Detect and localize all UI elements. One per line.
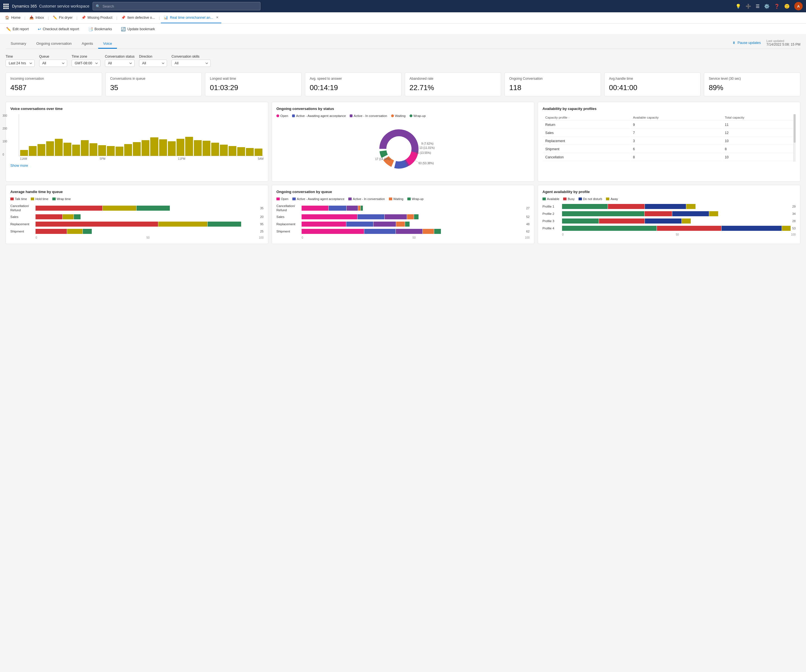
pause-updates-button[interactable]: ⏸ Pause updates: [732, 41, 761, 45]
sub-tab-agents[interactable]: Agents: [77, 39, 98, 49]
voice-bar: [63, 143, 71, 156]
app-name: Dynamics 365: [12, 4, 37, 8]
hbar-cancellation: Cancellation/ Refund 35: [10, 204, 264, 212]
voice-bar: [142, 140, 149, 156]
kpi-conv-in-queue: Conversations in queue 35: [106, 73, 202, 96]
skills-select[interactable]: AllTechnical: [172, 59, 211, 67]
avg-handle-xaxis: 0 50 100: [36, 236, 264, 239]
tab-inbox[interactable]: 📥 Inbox: [26, 12, 47, 23]
lightbulb-icon[interactable]: 💡: [735, 3, 741, 9]
plus-icon[interactable]: ➕: [746, 3, 751, 9]
voice-bar-chart: [19, 114, 264, 156]
voice-y-labels: 300 200 100 0: [3, 114, 7, 156]
sub-tab-voice[interactable]: Voice: [98, 39, 117, 49]
ongoing-queue-title: Ongoing conversation by queue: [276, 190, 530, 194]
voice-bar: [38, 144, 45, 156]
queue-select[interactable]: AllSales: [39, 59, 67, 67]
voice-bar: [55, 139, 63, 156]
timezone-select[interactable]: GMT-08:00GMT-05:00: [72, 59, 101, 67]
voice-bar: [203, 141, 210, 156]
kpi-longest-wait: Longest wait time 01:03:29: [205, 73, 302, 96]
user-avatar[interactable]: A: [794, 2, 803, 10]
app-logo: Dynamics 365 Customer service workspace: [3, 3, 89, 9]
smiley-icon[interactable]: 🙂: [784, 3, 790, 9]
conv-status-select[interactable]: AllActive: [105, 59, 135, 67]
tab-home[interactable]: 🏠 Home: [2, 12, 23, 23]
table-row: Cancellation810: [543, 154, 795, 161]
help-icon[interactable]: ❓: [774, 3, 780, 9]
svg-text:63 (53.38%): 63 (53.38%): [418, 162, 434, 165]
voice-bar: [89, 143, 97, 155]
oq-xaxis: 0 50 100: [302, 236, 530, 239]
update-bookmark-button[interactable]: 🔄 Update bookmark: [119, 26, 157, 33]
refresh-icon: 🔄: [121, 27, 126, 31]
charts-row-2: Average handle time by queue Talk time H…: [6, 185, 800, 244]
home-icon: 🏠: [5, 15, 10, 20]
oq-sales: Sales 52: [276, 214, 530, 220]
pin-icon: 📌: [81, 15, 86, 20]
time-select[interactable]: Last 24 hrs Last 48 hrs Last 7 days: [6, 59, 35, 67]
legend-open: Open: [276, 114, 288, 117]
search-icon: 🔍: [96, 4, 100, 8]
sub-tab-ongoing[interactable]: Ongoing conversation: [31, 39, 77, 49]
edit-icon: ✏️: [53, 15, 57, 20]
skills-filter: Conversation skills AllTechnical: [172, 54, 211, 67]
bookmarks-button[interactable]: 📑 Bookmarks: [86, 26, 114, 33]
filters-row: Time Last 24 hrs Last 48 hrs Last 7 days…: [6, 54, 800, 67]
tab-fix-dryer[interactable]: ✏️ Fix dryer: [50, 12, 76, 23]
sort-icon: ↑: [568, 116, 570, 119]
waffle-icon[interactable]: [3, 3, 9, 9]
show-more-button[interactable]: Show more: [10, 163, 28, 168]
tab-item-defective[interactable]: 📌 Item defective o...: [118, 12, 158, 23]
agent-avail-legend: Available Busy Do not disturb Away: [542, 197, 796, 201]
scrollbar-thumb[interactable]: [794, 114, 796, 143]
tab-close-icon[interactable]: ✕: [216, 16, 218, 19]
svg-text:9 (7.62%): 9 (7.62%): [421, 142, 433, 145]
inbox-icon: 📥: [30, 15, 34, 20]
queue-filter: Queue AllSales: [39, 54, 67, 67]
voice-bar: [116, 147, 123, 156]
voice-bar: [107, 146, 115, 156]
scrollbar-track[interactable]: [793, 114, 796, 162]
legend-inconvo: Active - In conversation: [350, 114, 387, 117]
voice-bar: [159, 139, 167, 155]
voice-x-labels: 11AM 5PM 11PM 5AM: [19, 157, 264, 160]
report-icon: 📊: [164, 15, 168, 20]
search-box[interactable]: 🔍 Search: [92, 2, 261, 10]
tab-realtime[interactable]: 📊 Real time omnichannel an... ✕: [161, 12, 221, 23]
voice-bar: [168, 141, 176, 155]
legend-awaiting: Active - Awaiting agent acceptance: [292, 114, 346, 117]
sub-tab-summary[interactable]: Summary: [6, 39, 31, 49]
legend-waiting: Waiting: [391, 114, 406, 117]
voice-bar: [177, 139, 184, 156]
hbar-sales: Sales 20: [10, 214, 264, 220]
status-chart-card: Ongoing conversations by status Open Act…: [272, 102, 534, 182]
table-row: Sales712: [543, 129, 795, 137]
conv-status-filter: Conversation status AllActive: [105, 54, 135, 67]
ongoing-queue-card: Ongoing conversation by queue Open Activ…: [272, 185, 534, 244]
nav-icons: 💡 ➕ ☰ ⚙️ ❓ 🙂 A: [735, 2, 803, 10]
search-placeholder: Search: [102, 4, 114, 8]
voice-bar: [150, 137, 158, 155]
donut-chart: 9 (7.62%) 13 (11.01%) 16 (13.55%) 17 (14…: [276, 121, 530, 177]
svg-text:17 (14.40%): 17 (14.40%): [375, 157, 390, 160]
voice-bar: [98, 145, 106, 155]
settings-icon[interactable]: ⚙️: [764, 3, 770, 9]
capacity-chart-card: Availability by capacity profiles Capaci…: [538, 102, 800, 182]
table-row: Replacement310: [543, 137, 795, 145]
top-nav: Dynamics 365 Customer service workspace …: [0, 0, 806, 12]
edit-report-button[interactable]: ✏️ Edit report: [5, 26, 30, 33]
kpi-avg-speed: Avg. speed to answer 00:14:19: [305, 73, 401, 96]
aa-profile4: Profile 4 53: [542, 226, 796, 231]
checkout-default-button[interactable]: ↩ Checkout default report: [36, 26, 81, 33]
menu-icon[interactable]: ☰: [756, 3, 760, 9]
kpi-abandoned-rate: Abandoned rate 22.71%: [405, 73, 501, 96]
kpi-incoming-conv: Incoming conversation 4587: [6, 73, 102, 96]
direction-select[interactable]: AllInbound: [139, 59, 167, 67]
tab-missing-product[interactable]: 📌 Missing Product: [79, 12, 115, 23]
avg-handle-card: Average handle time by queue Talk time H…: [6, 185, 268, 244]
svg-text:16 (13.55%): 16 (13.55%): [416, 151, 431, 154]
charts-row-1: Voice conversations over time 300 200 10…: [6, 102, 800, 182]
timezone-filter: Time zone GMT-08:00GMT-05:00: [72, 54, 101, 67]
svg-text:13 (11.01%): 13 (11.01%): [420, 146, 434, 149]
